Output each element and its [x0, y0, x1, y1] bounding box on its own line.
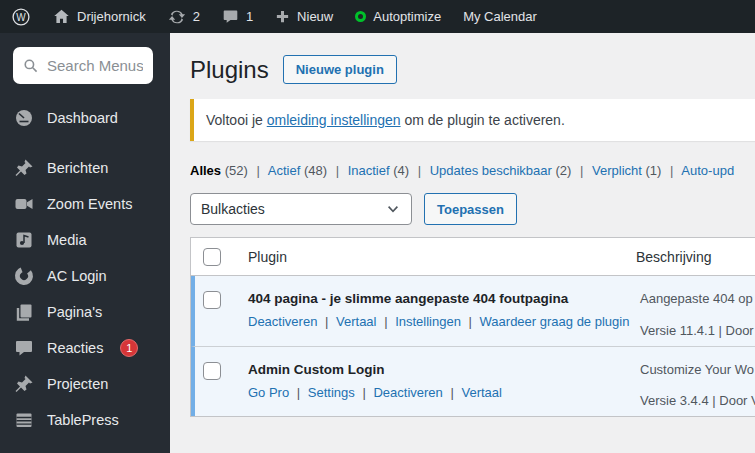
filter-separator: |	[336, 163, 339, 178]
action-deactiveren[interactable]: Deactiveren	[248, 314, 317, 329]
sidebar-item-projecten[interactable]: Projecten	[0, 366, 170, 402]
filter-separator: |	[670, 163, 673, 178]
filter-separator: |	[580, 163, 583, 178]
action-vertaal[interactable]: Vertaal	[461, 385, 501, 400]
filter-actief[interactable]: Actief	[268, 163, 301, 178]
plugin-description: Aangepaste 404 op Versie 11.4.1 | Door	[640, 289, 755, 340]
sidebar-item-label: Dashboard	[47, 110, 118, 126]
filter-updates-beschikbaar[interactable]: Updates beschikbaar	[430, 163, 552, 178]
version-meta: Versie 11.4.1 | Door	[640, 321, 755, 341]
wordpress-menu-button[interactable]: W	[0, 0, 42, 33]
sidebar-item-label: Berichten	[47, 160, 108, 176]
my-calendar-menu[interactable]: My Calendar	[452, 0, 548, 33]
site-name-label: Drijehornick	[77, 9, 146, 24]
filter-count: (4)	[393, 163, 409, 178]
table-header-row: Plugin Beschrijving	[191, 238, 755, 276]
comments-icon	[14, 338, 34, 358]
sidebar-item-label: AC Login	[47, 268, 107, 284]
version-meta: Versie 3.4.4 | Door V	[640, 391, 755, 411]
bulk-actions-select[interactable]: Bulkacties	[190, 193, 412, 225]
video-camera-icon	[14, 194, 34, 214]
admin-notice: Voltooi je omleiding instellingen om de …	[190, 99, 755, 141]
new-label: Nieuw	[297, 9, 333, 24]
sidebar-item-media[interactable]: Media	[0, 222, 170, 258]
pages-icon	[14, 302, 34, 322]
action-separator: |	[297, 385, 300, 400]
action-separator: |	[325, 314, 328, 329]
sidebar-item-zoom-events[interactable]: Zoom Events	[0, 186, 170, 222]
comments-count-badge: 1	[120, 339, 138, 357]
action-waardeer[interactable]: Waardeer graag de plugin	[480, 314, 630, 329]
sidebar-item-label: Pagina's	[47, 304, 102, 320]
site-name-link[interactable]: Drijehornick	[42, 0, 157, 33]
main-content: Plugins Nieuwe plugin Voltooi je omleidi…	[170, 33, 755, 453]
comments-button[interactable]: 1	[211, 0, 264, 33]
action-vertaal[interactable]: Vertaal	[336, 314, 376, 329]
column-header-plugin: Plugin	[248, 249, 287, 265]
autoptimize-menu[interactable]: Autoptimize	[344, 0, 452, 33]
action-settings[interactable]: Settings	[308, 385, 355, 400]
home-icon	[53, 8, 70, 25]
plugin-name: Admin Custom Login	[248, 360, 633, 380]
svg-text:W: W	[16, 11, 26, 22]
table-icon	[14, 410, 34, 430]
sidebar-item-reacties[interactable]: Reacties 1	[0, 330, 170, 366]
redirect-settings-link[interactable]: omleiding instellingen	[267, 112, 401, 128]
autoptimize-label: Autoptimize	[373, 9, 441, 24]
plugins-table: Plugin Beschrijving 404 pagina - je slim…	[190, 237, 755, 417]
wordpress-logo-icon: W	[11, 7, 31, 27]
chevron-down-icon	[385, 201, 401, 217]
my-calendar-label: My Calendar	[463, 9, 537, 24]
sidebar-item-dashboard[interactable]: Dashboard	[0, 100, 170, 136]
filter-alles[interactable]: Alles	[190, 163, 221, 178]
action-instellingen[interactable]: Instellingen	[395, 314, 461, 329]
comment-icon	[222, 8, 239, 25]
column-header-description: Beschrijving	[636, 249, 711, 265]
sidebar-item-label: TablePress	[47, 412, 119, 428]
filter-inactief[interactable]: Inactief	[348, 163, 390, 178]
row-checkbox[interactable]	[203, 291, 221, 309]
filter-count: (2)	[556, 163, 572, 178]
sidebar-item-tablepress[interactable]: TablePress	[0, 402, 170, 438]
comments-count: 1	[246, 9, 253, 24]
description-text: Customize Your Wo	[640, 360, 755, 380]
pin-icon	[14, 374, 34, 394]
sidebar-item-label: Projecten	[47, 376, 108, 392]
new-content-button[interactable]: Nieuw	[264, 0, 344, 33]
menu-search-box[interactable]	[13, 47, 153, 84]
action-separator: |	[384, 314, 387, 329]
bulk-actions-selected-value: Bulkacties	[201, 201, 265, 217]
sidebar-item-ac-login[interactable]: AC Login	[0, 258, 170, 294]
menu-search-input[interactable]	[47, 57, 143, 74]
sidebar-item-berichten[interactable]: Berichten	[0, 150, 170, 186]
filter-auto-updates[interactable]: Auto-upd	[681, 163, 734, 178]
ac-login-icon	[14, 266, 34, 286]
apply-button[interactable]: Toepassen	[424, 193, 517, 225]
plugin-description: Customize Your Wo Versie 3.4.4 | Door V	[640, 360, 755, 411]
select-all-checkbox[interactable]	[203, 248, 221, 266]
sidebar-item-label: Zoom Events	[47, 196, 132, 212]
autoptimize-icon	[355, 11, 366, 22]
table-row: Admin Custom Login Go Pro | Settings | D…	[191, 346, 755, 417]
sidebar-item-paginas[interactable]: Pagina's	[0, 294, 170, 330]
notice-text-before: Voltooi je	[206, 112, 267, 128]
admin-bar: W Drijehornick 2 1 Nieuw Autoptimize My …	[0, 0, 755, 33]
sidebar-item-label: Media	[47, 232, 87, 248]
media-icon	[14, 230, 34, 250]
plugin-row-actions: Deactiveren | Vertaal | Instellingen | W…	[248, 311, 633, 332]
action-deactiveren[interactable]: Deactiveren	[373, 385, 442, 400]
sidebar-item-label: Reacties	[47, 340, 103, 356]
dashboard-icon	[14, 108, 34, 128]
new-plugin-button[interactable]: Nieuwe plugin	[283, 55, 397, 84]
updates-icon	[168, 8, 186, 26]
plugin-status-filters: Alles (52) | Actief (48) | Inactief (4) …	[190, 163, 755, 178]
action-separator: |	[362, 385, 365, 400]
action-go-pro[interactable]: Go Pro	[248, 385, 289, 400]
sidebar-menu: Dashboard Berichten Zoom Events Media	[0, 94, 170, 438]
updates-button[interactable]: 2	[157, 0, 211, 33]
filter-separator: |	[418, 163, 421, 178]
filter-verplicht[interactable]: Verplicht	[592, 163, 642, 178]
row-checkbox[interactable]	[203, 362, 221, 380]
filter-count: (52)	[225, 163, 248, 178]
description-text: Aangepaste 404 op	[640, 289, 755, 309]
